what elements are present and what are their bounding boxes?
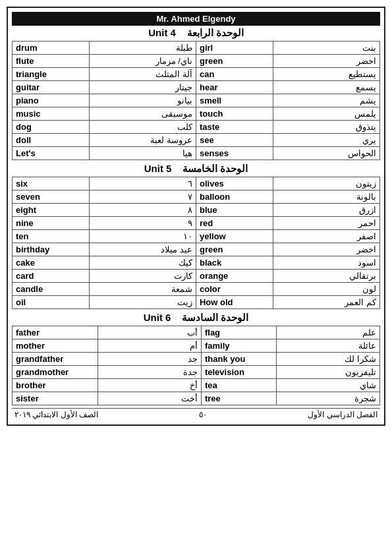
- word-english2: black: [196, 256, 273, 270]
- footer-center: ٥٠: [199, 410, 207, 419]
- word-english2: see: [196, 134, 273, 147]
- word-arabic: أخت: [98, 392, 202, 405]
- table-row: birthday عيد ميلاد green اخضر: [13, 243, 380, 256]
- unit4-title: الوحدة الرابعة Unit 4: [12, 27, 380, 39]
- table-row: eight ٨ blue ازرق: [13, 204, 380, 217]
- table-row: drum طبلة girl بنت: [13, 42, 380, 55]
- word-english2: tea: [201, 379, 276, 392]
- word-english: eight: [13, 204, 90, 217]
- header-title: Mr. Ahmed Elgendy: [156, 14, 235, 24]
- word-arabic: هيا: [90, 147, 196, 160]
- unit4-table: drum طبلة girl بنت flute ناي/ مزمار gree…: [12, 41, 380, 160]
- word-english2: flag: [201, 326, 276, 339]
- word-english: Let's: [13, 147, 90, 160]
- page-header: Mr. Ahmed Elgendy: [12, 12, 380, 26]
- unit6-title: الوحدة السادسة Unit 6: [12, 312, 380, 324]
- word-arabic: ناي/ مزمار: [90, 55, 196, 68]
- word-arabic: عيد ميلاد: [90, 243, 196, 256]
- word-arabic: ٨: [90, 204, 196, 217]
- table-row: candle شمعة color لون: [13, 283, 380, 296]
- word-english2: hear: [196, 81, 273, 94]
- word-arabic2: اخضر: [273, 243, 380, 256]
- word-arabic2: اخضر: [273, 55, 380, 68]
- word-english2: How old: [196, 296, 273, 309]
- word-arabic2: الحواس: [273, 147, 380, 160]
- word-arabic2: يشم: [273, 94, 380, 107]
- word-arabic: موسيقى: [90, 107, 196, 121]
- word-arabic2: يلمس: [273, 107, 380, 121]
- page-footer: الفصل الدراسي الأول ٥٠ الصف الأول الابتد…: [12, 408, 380, 421]
- word-english: drum: [13, 42, 90, 55]
- word-arabic2: يستطيع: [273, 68, 380, 81]
- table-row: piano بيانو smell يشم: [13, 94, 380, 107]
- word-arabic: كارت: [90, 270, 196, 283]
- word-arabic: ٧: [90, 190, 196, 204]
- table-row: six ٦ olives زيتون: [13, 177, 380, 190]
- unit6-table: father أب flag علم mother أم family عائل…: [12, 326, 380, 405]
- word-english: cake: [13, 256, 90, 270]
- word-english2: green: [196, 243, 273, 256]
- word-arabic: جيتار: [90, 81, 196, 94]
- word-english: birthday: [13, 243, 90, 256]
- word-arabic2: شجرة: [277, 392, 380, 405]
- table-row: oil زيت How old كم العمر: [13, 296, 380, 309]
- table-row: grandfather جد thank you شكرا لك: [13, 353, 380, 366]
- table-row: cake كيك black اسود: [13, 256, 380, 270]
- word-arabic2: ازرق: [273, 204, 380, 217]
- word-english: seven: [13, 190, 90, 204]
- word-arabic2: شاي: [277, 379, 380, 392]
- word-arabic2: شكرا لك: [277, 353, 380, 366]
- word-arabic2: تليفزيون: [277, 366, 380, 379]
- word-english: candle: [13, 283, 90, 296]
- word-english: father: [13, 326, 98, 339]
- unit5-table: six ٦ olives زيتون seven ٧ balloon بالون…: [12, 177, 380, 309]
- word-arabic2: برتقالي: [273, 270, 380, 283]
- footer-left: الفصل الدراسي الأول: [308, 410, 378, 419]
- table-row: doll عروسة لعبة see يري: [13, 134, 380, 147]
- table-row: card كارت orange برتقالي: [13, 270, 380, 283]
- word-english: music: [13, 107, 90, 121]
- word-english2: red: [196, 217, 273, 230]
- word-arabic: آلة المثلث: [90, 68, 196, 81]
- word-arabic2: كم العمر: [273, 296, 380, 309]
- word-english2: touch: [196, 107, 273, 121]
- footer-right: الصف الأول الابتدائي ٢٠١٩: [14, 410, 98, 419]
- word-english: nine: [13, 217, 90, 230]
- word-english: mother: [13, 339, 98, 353]
- table-row: triangle آلة المثلث can يستطيع: [13, 68, 380, 81]
- table-row: Let's هيا senses الحواس: [13, 147, 380, 160]
- word-arabic: أخ: [98, 379, 202, 392]
- word-arabic2: عائلة: [277, 339, 380, 353]
- word-arabic2: علم: [277, 326, 380, 339]
- word-english: piano: [13, 94, 90, 107]
- word-english2: thank you: [201, 353, 276, 366]
- word-english: sister: [13, 392, 98, 405]
- word-english2: family: [201, 339, 276, 353]
- word-english2: yellow: [196, 230, 273, 243]
- word-arabic: بيانو: [90, 94, 196, 107]
- word-arabic2: لون: [273, 283, 380, 296]
- word-arabic: جدة: [98, 366, 202, 379]
- word-english2: balloon: [196, 190, 273, 204]
- table-row: mother أم family عائلة: [13, 339, 380, 353]
- word-english: six: [13, 177, 90, 190]
- word-english2: taste: [196, 121, 273, 134]
- word-english2: olives: [196, 177, 273, 190]
- word-arabic: شمعة: [90, 283, 196, 296]
- word-english2: orange: [196, 270, 273, 283]
- word-english2: can: [196, 68, 273, 81]
- word-arabic2: يري: [273, 134, 380, 147]
- word-english: grandfather: [13, 353, 98, 366]
- word-english2: television: [201, 366, 276, 379]
- word-arabic: ١٠: [90, 230, 196, 243]
- word-arabic2: بنت: [273, 42, 380, 55]
- word-arabic2: اصفر: [273, 230, 380, 243]
- word-english: grandmother: [13, 366, 98, 379]
- word-arabic2: اسود: [273, 256, 380, 270]
- word-arabic2: يسمع: [273, 81, 380, 94]
- table-row: guitar جيتار hear يسمع: [13, 81, 380, 94]
- word-english2: color: [196, 283, 273, 296]
- word-english2: senses: [196, 147, 273, 160]
- word-arabic: أم: [98, 339, 202, 353]
- word-arabic: طبلة: [90, 42, 196, 55]
